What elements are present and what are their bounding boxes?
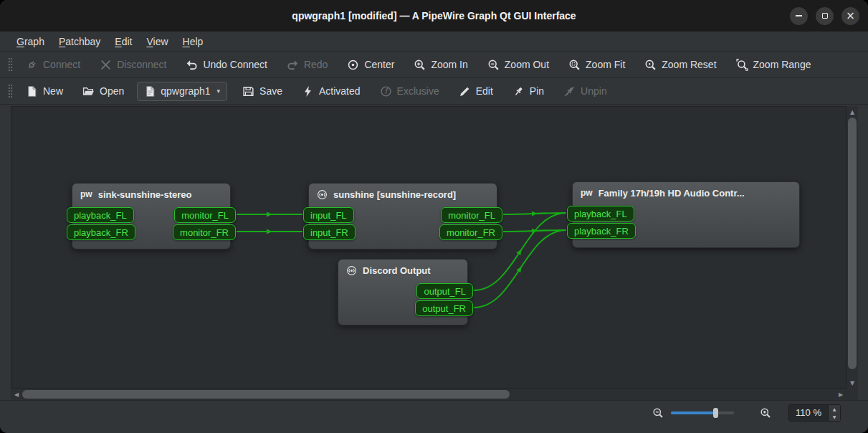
zoom-slider-handle[interactable]: [713, 408, 718, 418]
node-title: Family 17h/19h HD Audio Contr...: [598, 188, 745, 199]
port-spacer: [804, 206, 805, 222]
new-file-icon: [26, 85, 38, 97]
session-combobox[interactable]: qpwgraph1 ▾: [137, 82, 227, 101]
port-spacer: [804, 223, 805, 239]
disconnect-icon: [100, 59, 112, 71]
vscroll-track[interactable]: [848, 118, 857, 377]
zoom-range-button[interactable]: Zoom Range: [730, 54, 818, 75]
zoom-in-button[interactable]: Zoom In: [407, 54, 474, 75]
vscroll-thumb[interactable]: [848, 118, 857, 369]
center-button[interactable]: Center: [340, 54, 401, 75]
menu-patchbay[interactable]: Patchbay: [52, 34, 107, 49]
hscroll-thumb[interactable]: [22, 390, 510, 399]
svg-text:f: f: [385, 87, 388, 95]
pencil-icon: [459, 85, 471, 97]
port-output_FR[interactable]: output_FR: [415, 300, 473, 316]
node-discord[interactable]: Discord Outputoutput_FLoutput_FR: [338, 259, 468, 325]
pin-button[interactable]: Pin: [506, 81, 550, 102]
zoom-in-icon[interactable]: [760, 407, 771, 419]
edit-button[interactable]: Edit: [452, 81, 500, 102]
minimize-button[interactable]: [790, 7, 808, 25]
scroll-up-icon[interactable]: ▲: [846, 106, 858, 118]
zoom-slider-fill: [671, 411, 715, 414]
menu-help[interactable]: Help: [176, 34, 210, 49]
wire-arrow-icon: [267, 229, 272, 234]
port-output_FL[interactable]: output_FL: [416, 283, 473, 299]
menu-graph[interactable]: Graph: [10, 34, 51, 49]
node-sunshine[interactable]: sunshine [sunshine-record]input_FLmonito…: [308, 183, 497, 249]
maximize-button[interactable]: [816, 7, 834, 25]
window-controls: ×: [790, 0, 859, 32]
node-title: sink-sunshine-stereo: [98, 189, 192, 200]
close-icon: ×: [846, 11, 855, 22]
new-button[interactable]: New: [19, 81, 70, 102]
graph-area: pwsink-sunshine-stereoplayback_FLmonitor…: [11, 106, 858, 400]
port-spacer: [333, 300, 333, 316]
port-playback_FL[interactable]: playback_FL: [567, 206, 634, 222]
activated-button[interactable]: Activated: [295, 81, 367, 102]
scroll-right-icon[interactable]: ▶: [835, 389, 846, 400]
horizontal-scrollbar[interactable]: ◀ ▶: [11, 389, 846, 400]
wire-arrow-icon: [532, 211, 538, 216]
save-button[interactable]: Save: [236, 81, 289, 102]
node-sink[interactable]: pwsink-sunshine-stereoplayback_FLmonitor…: [72, 183, 231, 249]
zoom-out-button[interactable]: Zoom Out: [481, 54, 555, 75]
port-monitor_FR[interactable]: monitor_FR: [173, 224, 236, 240]
titlebar[interactable]: qpwgraph1 [modified] — A PipeWire Graph …: [0, 0, 868, 32]
toolbar-file: New Open qpwgraph1 ▾ Save Activated f Ex…: [0, 78, 868, 105]
window-title: qpwgraph1 [modified] — A PipeWire Graph …: [292, 10, 576, 22]
toolbar-handle[interactable]: [8, 84, 13, 98]
menu-edit[interactable]: Edit: [108, 34, 138, 49]
port-monitor_FL[interactable]: monitor_FL: [441, 207, 502, 223]
zoom-spinbox[interactable]: 110 % ▲ ▼: [788, 404, 841, 422]
port-input_FR[interactable]: input_FR: [303, 224, 356, 240]
zoom-value[interactable]: 110 %: [789, 405, 828, 421]
close-button[interactable]: ×: [841, 7, 859, 25]
exclusive-button[interactable]: f Exclusive: [373, 81, 446, 102]
connect-button[interactable]: Connect: [19, 54, 87, 75]
zoom-in-icon: [414, 59, 426, 71]
node-header[interactable]: pwsink-sunshine-stereo: [72, 184, 230, 205]
zoom-out-icon: [487, 59, 500, 71]
connect-icon: [26, 59, 38, 71]
vertical-scrollbar[interactable]: ▲ ▼: [846, 106, 858, 389]
node-family[interactable]: pwFamily 17h/19h HD Audio Contr...playba…: [572, 181, 800, 248]
hscroll-track[interactable]: [22, 390, 835, 399]
zoom-fit-button[interactable]: Zoom Fit: [562, 54, 631, 75]
scroll-left-icon[interactable]: ◀: [11, 389, 22, 400]
lightning-icon: [302, 85, 314, 97]
zoom-out-icon[interactable]: [652, 407, 664, 419]
scrollbar-corner: [846, 389, 858, 400]
toolbar-handle[interactable]: [8, 57, 13, 72]
pin-icon: [512, 85, 525, 97]
graph-canvas[interactable]: pwsink-sunshine-stereoplayback_FLmonitor…: [11, 106, 846, 389]
redo-button[interactable]: Redo: [280, 54, 334, 75]
exclusive-icon: f: [380, 85, 392, 97]
save-icon: [242, 85, 254, 97]
menu-view[interactable]: View: [140, 34, 174, 49]
port-playback_FL[interactable]: playback_FL: [67, 207, 134, 223]
node-header[interactable]: pwFamily 17h/19h HD Audio Contr...: [573, 182, 799, 204]
zoom-spin-up-icon[interactable]: ▲: [829, 405, 840, 413]
port-monitor_FR[interactable]: monitor_FR: [439, 224, 502, 240]
audio-node-icon: [346, 265, 357, 276]
node-title: Discord Output: [363, 265, 431, 276]
zoom-slider-track[interactable]: [671, 411, 734, 414]
statusbar: 110 % ▲ ▼: [0, 400, 868, 424]
disconnect-button[interactable]: Disconnect: [93, 54, 173, 75]
node-header[interactable]: Discord Output: [338, 260, 467, 281]
zoom-fit-icon: [568, 59, 581, 71]
node-header[interactable]: sunshine [sunshine-record]: [309, 184, 497, 205]
zoom-slider[interactable]: [671, 406, 734, 419]
port-monitor_FL[interactable]: monitor_FL: [174, 207, 236, 223]
port-playback_FR[interactable]: playback_FR: [567, 223, 636, 239]
port-input_FL[interactable]: input_FL: [303, 207, 354, 223]
port-playback_FR[interactable]: playback_FR: [67, 224, 135, 240]
open-folder-icon: [82, 85, 95, 97]
zoom-spin-down-icon[interactable]: ▼: [829, 413, 840, 421]
zoom-reset-button[interactable]: Zoom Reset: [638, 54, 722, 75]
open-button[interactable]: Open: [76, 81, 130, 102]
undo-connect-button[interactable]: Undo Connect: [179, 54, 274, 75]
unpin-button[interactable]: Unpin: [557, 81, 614, 102]
scroll-down-icon[interactable]: ▼: [846, 377, 858, 389]
